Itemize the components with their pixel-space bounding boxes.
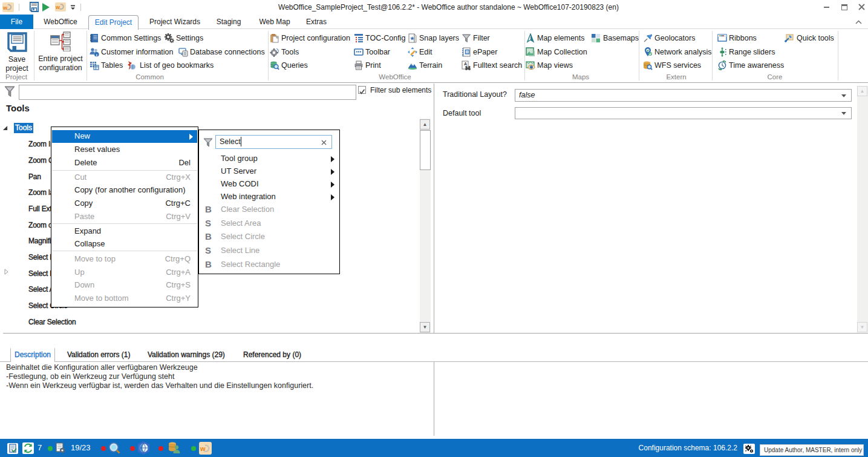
svg-text:A: A xyxy=(464,62,467,66)
svg-text:i: i xyxy=(96,53,97,57)
svg-text:w: w xyxy=(55,4,60,10)
svg-text:w: w xyxy=(2,5,8,11)
